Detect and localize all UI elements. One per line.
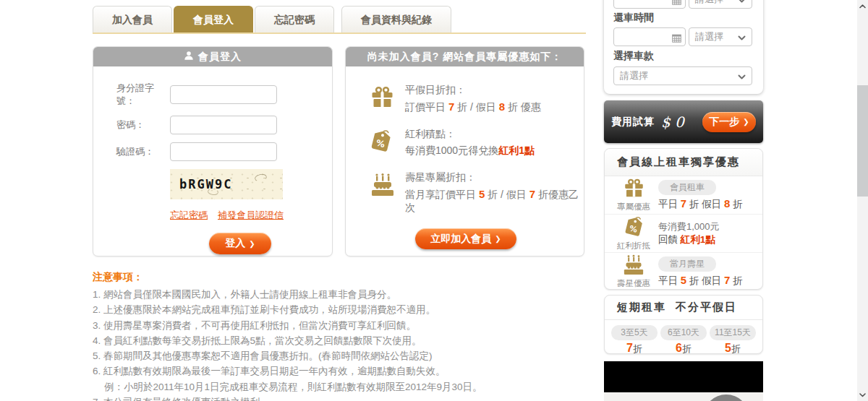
tab-label: 加入會員 bbox=[112, 14, 153, 27]
short-term-rental-card: 短期租車 不分平假日 3至5天 7折 6至10天 6折 11至15天 5折 bbox=[604, 295, 763, 354]
chevron-down-icon bbox=[738, 0, 746, 5]
days-badge: 3至5天 bbox=[611, 325, 658, 340]
birthday-cake-icon bbox=[623, 264, 644, 277]
tab-member-records[interactable]: 會員資料與紀錄 bbox=[341, 6, 451, 33]
note-item: 4. 會員紅利點數每筆交易折抵上限為5點，當次交易之回饋點數限下次使用。 bbox=[93, 333, 541, 348]
note-item: 5. 春節期間及其他優惠專案恕不適用會員優惠折扣。(春節時間依網站公告認定) bbox=[93, 348, 541, 363]
login-button[interactable]: 登入 ❯ bbox=[209, 233, 271, 254]
text-segment: 回饋 bbox=[658, 234, 681, 245]
promo-item-bonus-points: % 紅利積點： 每消費1000元得兌換紅利1點 bbox=[370, 128, 584, 158]
benefit-badge: 當月壽星 bbox=[658, 256, 716, 272]
join-button-label: 立即加入會員 bbox=[430, 233, 491, 246]
text-segment: 訂價平日 bbox=[405, 101, 448, 113]
promo-photo-fragment bbox=[604, 392, 763, 401]
text-segment: 折 bbox=[633, 343, 642, 354]
arrow-icon: ❯ bbox=[495, 235, 501, 243]
text-segment: 當月享訂價平日 bbox=[405, 189, 479, 200]
scrollbar[interactable] bbox=[857, 0, 868, 401]
next-button-label: 下一步 bbox=[709, 116, 739, 129]
benefit-line: 每消費1,000元 bbox=[658, 220, 757, 233]
discount-number: 5 bbox=[725, 342, 731, 354]
text-segment: 折 bbox=[682, 343, 692, 354]
id-number-input[interactable] bbox=[170, 85, 277, 104]
return-time-label: 還車時間 bbox=[613, 12, 654, 25]
bonus-points-text: 紅利1點 bbox=[498, 145, 535, 156]
benefit-line: 平日 5 折 假日 7 折 bbox=[658, 274, 757, 288]
booking-sidebar: 請選擇 還車時間 請選擇 選擇車款 請選擇 費用試算 $ 0 下一步 ❯ 會員線… bbox=[604, 0, 763, 401]
member-tabs: 加入會員 會員登入 忘記密碼 會員資料與紀錄 bbox=[93, 6, 453, 33]
text-segment: 平日 bbox=[658, 199, 681, 210]
person-icon bbox=[184, 51, 194, 63]
car-model-label: 選擇車款 bbox=[613, 50, 654, 63]
chevron-down-icon bbox=[738, 71, 746, 82]
id-number-label: 身分證字號： bbox=[116, 82, 170, 108]
select-value: 請選擇 bbox=[695, 30, 723, 43]
tab-label: 忘記密碼 bbox=[274, 14, 315, 27]
short-term-col: 3至5天 7折 bbox=[611, 325, 658, 355]
forgot-password-link[interactable]: 忘記密碼 bbox=[170, 209, 208, 222]
calendar-icon bbox=[672, 33, 681, 46]
gift-icon bbox=[624, 188, 644, 200]
photo-person-head bbox=[704, 394, 749, 401]
tab-underline bbox=[93, 33, 586, 34]
return-time-select[interactable]: 請選擇 bbox=[689, 27, 752, 46]
short-term-title-right: 不分平假日 bbox=[676, 301, 737, 314]
tab-forgot-password[interactable]: 忘記密碼 bbox=[255, 6, 334, 33]
short-term-title-left: 短期租車 bbox=[617, 301, 666, 314]
arrow-icon: ❯ bbox=[249, 240, 255, 248]
text-segment: 折 / 假日 bbox=[454, 101, 498, 113]
captcha-input[interactable] bbox=[170, 142, 277, 161]
discount-value: 7折 bbox=[611, 342, 658, 355]
scrollbar-down-icon[interactable] bbox=[857, 389, 868, 400]
promo-item-weekday-discount: 平假日折扣： 訂價平日 7 折 / 假日 8 折 優惠 bbox=[370, 84, 584, 114]
benefit-icon-label: 壽星優惠 bbox=[612, 278, 655, 289]
promo-panel-header: 尚未加入會員? 網站會員專屬優惠如下： bbox=[346, 47, 584, 66]
car-model-select[interactable]: 請選擇 bbox=[613, 66, 752, 85]
chevron-down-icon bbox=[738, 32, 746, 43]
next-step-button[interactable]: 下一步 ❯ bbox=[702, 112, 756, 132]
discount-number: 6 bbox=[676, 342, 682, 354]
short-term-title: 短期租車 不分平假日 bbox=[605, 296, 762, 320]
discount-number: 7 bbox=[724, 274, 730, 286]
arrow-icon: ❯ bbox=[743, 118, 749, 126]
note-item: 6. 紅利點數有效期限為最後一筆訂車交易日期起一年內有效，逾期點數自動失效。 bbox=[93, 363, 541, 379]
promo-item-title: 平假日折扣： bbox=[405, 84, 541, 97]
note-item: 1. 網站會員僅限本國國民加入，外籍人士請使用線上租車非會員身分。 bbox=[93, 287, 541, 302]
join-member-button[interactable]: 立即加入會員 ❯ bbox=[415, 228, 516, 249]
benefits-card-title: 會員線上租車獨享優惠 bbox=[605, 149, 762, 176]
captcha-text: bRGW9C bbox=[179, 177, 232, 191]
benefit-line: 平日 7 折 假日 8 折 bbox=[658, 197, 757, 211]
pickup-date-input[interactable] bbox=[613, 0, 686, 9]
percent-tag-icon: % bbox=[624, 227, 644, 239]
tab-member-login[interactable]: 會員登入 bbox=[174, 6, 253, 33]
bonus-points-text: 紅利1點 bbox=[681, 234, 715, 245]
text-segment: 折 假日 bbox=[686, 275, 724, 286]
tab-join-member[interactable]: 加入會員 bbox=[93, 6, 172, 33]
text-segment: 每消費1000元得兌換 bbox=[405, 145, 498, 156]
password-input[interactable] bbox=[170, 116, 277, 134]
discount-number: 8 bbox=[724, 197, 730, 210]
benefit-badge: 會員租車 bbox=[658, 180, 716, 195]
captcha-image: bRGW9C bbox=[170, 169, 283, 199]
scrollbar-thumb[interactable] bbox=[857, 85, 868, 197]
scrollbar-up-icon[interactable] bbox=[857, 1, 868, 12]
tab-label: 會員登入 bbox=[193, 14, 234, 27]
discount-number: 7 bbox=[626, 342, 633, 354]
discount-number: 7 bbox=[529, 188, 535, 200]
days-badge: 11至15天 bbox=[710, 325, 756, 340]
member-online-benefits-card: 會員線上租車獨享優惠 專屬優惠 會員租車 平日 7 折 假日 8 折 % 紅利折… bbox=[604, 148, 763, 290]
discount-number: 7 bbox=[681, 197, 686, 210]
promo-item-birthday-discount: 壽星專屬折扣： 當月享訂價平日 5 折 / 假日 7 折優惠乙次 bbox=[370, 171, 584, 215]
benefit-icon-label: 專屬優惠 bbox=[612, 202, 655, 212]
return-date-input[interactable] bbox=[613, 27, 686, 46]
note-item: 2. 上述優惠限於本網站完成租車預訂並刷卡付費成功，站所現場消費恕不適用。 bbox=[93, 302, 541, 317]
calendar-icon bbox=[672, 0, 681, 8]
resend-verification-link[interactable]: 補發會員認證信 bbox=[218, 209, 284, 222]
note-item: 7. 本公司保有最終修改優惠活動之權利。 bbox=[93, 394, 541, 401]
promo-item-desc: 當月享訂價平日 5 折 / 假日 7 折優惠乙次 bbox=[405, 188, 584, 215]
discount-number: 8 bbox=[499, 100, 505, 113]
pickup-time-select[interactable]: 請選擇 bbox=[689, 0, 752, 9]
fee-estimate-amount: $ 0 bbox=[661, 113, 684, 131]
benefit-line: 回饋 紅利1點 bbox=[658, 233, 757, 246]
login-panel: 會員登入 身分證字號： 密碼： 驗證碼： bRGW9C 忘記密碼 補發會員認證信… bbox=[93, 46, 333, 256]
